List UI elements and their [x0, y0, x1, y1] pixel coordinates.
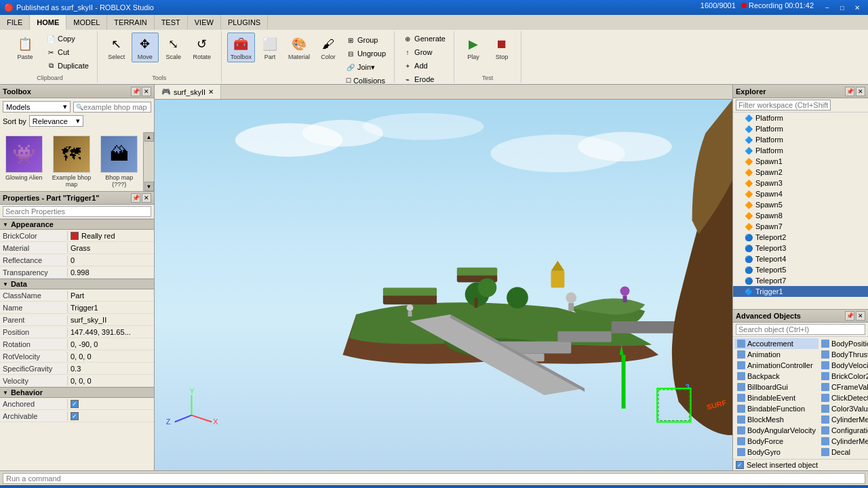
explorer-pin-button[interactable]: 📌 — [845, 87, 854, 96]
scroll-down-button[interactable]: ▼ — [144, 182, 154, 191]
explorer-item-teleport3[interactable]: 🔵 Teleport3 — [733, 243, 868, 253]
adv-item-accoutrement[interactable]: Accoutrement — [734, 338, 818, 349]
viewport-canvas[interactable]: SURF 3 X Y Z — [155, 100, 732, 470]
ungroup-button[interactable]: ⊟ Ungroup — [343, 47, 389, 60]
sort-dropdown[interactable]: Relevance ▾ — [29, 115, 83, 127]
group-button[interactable]: ⊞ Group — [343, 34, 389, 46]
grow-button[interactable]: ↑ Grow — [400, 46, 448, 58]
tab-home[interactable]: HOME — [30, 15, 66, 30]
search-box[interactable]: 🔍 — [73, 102, 151, 113]
adv-item-brickcolor2[interactable]: BrickColor2 — [818, 371, 868, 382]
explorer-filter-input[interactable] — [736, 100, 831, 110]
scroll-up-button[interactable]: ▲ — [144, 132, 154, 142]
viewport[interactable]: 🎮 surf_skyII ✕ — [155, 85, 732, 470]
adv-close-button[interactable]: ✕ — [856, 311, 865, 321]
select-inserted-checkbox[interactable]: ✓ — [736, 461, 744, 469]
tab-model[interactable]: MODEL — [66, 15, 107, 30]
add-button[interactable]: + Add — [400, 60, 448, 72]
explorer-item-platform4[interactable]: 🔷 Platform — [733, 145, 868, 156]
duplicate-button[interactable]: ⧉ Duplicate — [43, 60, 92, 72]
adv-item-animation[interactable]: Animation — [734, 349, 818, 360]
close-button[interactable]: ✕ — [850, 1, 864, 14]
adv-item-blockmesh[interactable]: BlockMesh — [734, 414, 818, 425]
move-button[interactable]: ✥ Move — [132, 33, 159, 62]
explorer-close-button[interactable]: ✕ — [856, 87, 865, 96]
adv-item-backpack[interactable]: Backpack — [734, 371, 818, 382]
explorer-item-teleport5[interactable]: 🔵 Teleport5 — [733, 264, 868, 275]
join-button[interactable]: 🔗 Join▾ — [343, 61, 389, 73]
command-input[interactable] — [3, 473, 865, 484]
play-button[interactable]: ▶ Play — [460, 33, 487, 62]
toolbox-scrollbar[interactable]: ▲ ▼ — [143, 132, 154, 191]
adv-item-configuration[interactable]: Configuration — [818, 425, 868, 436]
adv-item-bodyvelocity[interactable]: BodyVelocity — [818, 360, 868, 371]
tab-test[interactable]: TEST — [155, 15, 188, 30]
adv-item-bodygyro[interactable]: BodyGyro — [734, 447, 818, 458]
scale-button[interactable]: ⤡ Scale — [160, 33, 187, 62]
toolbox-pin-button[interactable]: 📌 — [131, 87, 140, 96]
adv-item-bindablefunction[interactable]: BindableFunction — [734, 403, 818, 414]
explorer-item-spawn5[interactable]: 🔶 Spawn5 — [733, 199, 868, 210]
adv-item-cframevalue[interactable]: CFrameValue — [818, 382, 868, 392]
data-section[interactable]: ▼ Data — [0, 279, 154, 289]
viewport-tab-surf[interactable]: 🎮 surf_skyII ✕ — [155, 85, 221, 99]
adv-item-color3value[interactable]: Color3Value — [818, 403, 868, 414]
toolbox-close-button[interactable]: ✕ — [142, 87, 151, 96]
color-button[interactable]: 🖌 Color — [315, 33, 342, 62]
material-button[interactable]: 🎨 Material — [285, 33, 313, 62]
props-search-input[interactable] — [3, 206, 151, 217]
behavior-section[interactable]: ▼ Behavior — [0, 387, 154, 398]
rotate-button[interactable]: ↺ Rotate — [189, 33, 216, 62]
explorer-item-teleport7[interactable]: 🔵 Teleport7 — [733, 275, 868, 286]
adv-item-bindableevent[interactable]: BindableEvent — [734, 392, 818, 403]
toolbox-button[interactable]: 🧰 Toolbox — [227, 33, 255, 62]
search-input[interactable] — [83, 103, 149, 111]
category-dropdown[interactable]: Models ▾ — [3, 101, 71, 113]
explorer-item-platform2[interactable]: 🔷 Platform — [733, 123, 868, 134]
adv-item-clickdetector[interactable]: ClickDetector — [818, 392, 868, 403]
part-button[interactable]: ⬜ Part — [256, 33, 283, 62]
tab-view[interactable]: VIEW — [188, 15, 221, 30]
adv-item-animationcontroller[interactable]: AnimationController — [734, 360, 818, 371]
explorer-item-spawn3[interactable]: 🔶 Spawn3 — [733, 178, 868, 188]
explorer-item-spawn4[interactable]: 🔶 Spawn4 — [733, 188, 868, 199]
explorer-item-platform1[interactable]: 🔷 Platform — [733, 113, 868, 123]
adv-item-cylindermesh[interactable]: CylinderMesh — [818, 414, 868, 425]
explorer-item-trigger1[interactable]: 🔷 Trigger1 — [733, 286, 868, 297]
adv-pin-button[interactable]: 📌 — [845, 311, 854, 321]
paste-button[interactable]: 📋 Paste — [8, 33, 42, 62]
adv-item-billboardgui[interactable]: BillboardGui — [734, 382, 818, 392]
adv-item-cylindermesh2[interactable]: CylinderMesh — [818, 436, 868, 447]
list-item[interactable]: 🏔 Bhop map (???) — [97, 134, 142, 190]
adv-item-bodythrust[interactable]: BodyThrust — [818, 349, 868, 360]
tab-terrain[interactable]: TERRAIN — [107, 15, 154, 30]
explorer-item-spawn7[interactable]: 🔶 Spawn7 — [733, 221, 868, 232]
copy-button[interactable]: 📄 Copy — [43, 33, 92, 45]
explorer-item-teleport2[interactable]: 🔵 Teleport2 — [733, 232, 868, 243]
adv-item-bodyposition[interactable]: BodyPosition — [818, 338, 868, 349]
adv-search-input[interactable] — [736, 324, 865, 335]
adv-item-decal[interactable]: Decal — [818, 447, 868, 458]
tab-plugins[interactable]: PLUGINS — [221, 15, 268, 30]
archivable-checkbox[interactable]: ✓ — [71, 412, 79, 420]
list-item[interactable]: 🗺 Example bhop map — [49, 134, 94, 190]
select-button[interactable]: ↖ Select — [103, 33, 130, 62]
explorer-item-spawn1[interactable]: 🔶 Spawn1 — [733, 156, 868, 167]
explorer-item-platform3[interactable]: 🔷 Platform — [733, 134, 868, 145]
viewport-tab-close[interactable]: ✕ — [208, 88, 214, 96]
props-close-button[interactable]: ✕ — [142, 193, 151, 203]
props-scroll-area[interactable]: ▼ Appearance BrickColor Really red Mater… — [0, 219, 154, 470]
explorer-item-spawn2[interactable]: 🔶 Spawn2 — [733, 167, 868, 178]
cut-button[interactable]: ✂ Cut — [43, 46, 92, 58]
list-item[interactable]: 👾 Glowing Alien — [1, 134, 46, 190]
erode-button[interactable]: ⌁ Erode — [400, 73, 448, 85]
minimize-button[interactable]: − — [821, 1, 834, 14]
adv-item-bodyforce[interactable]: BodyForce — [734, 436, 818, 447]
generate-button[interactable]: ⊕ Generate — [400, 33, 448, 45]
maximize-button[interactable]: □ — [835, 1, 849, 14]
appearance-section[interactable]: ▼ Appearance — [0, 219, 154, 230]
explorer-item-spawn8[interactable]: 🔶 Spawn8 — [733, 210, 868, 221]
explorer-item-teleport4[interactable]: 🔵 Teleport4 — [733, 253, 868, 264]
adv-item-bodyangularvelocity[interactable]: BodyAngularVelocity — [734, 425, 818, 436]
props-pin-button[interactable]: 📌 — [131, 193, 140, 203]
